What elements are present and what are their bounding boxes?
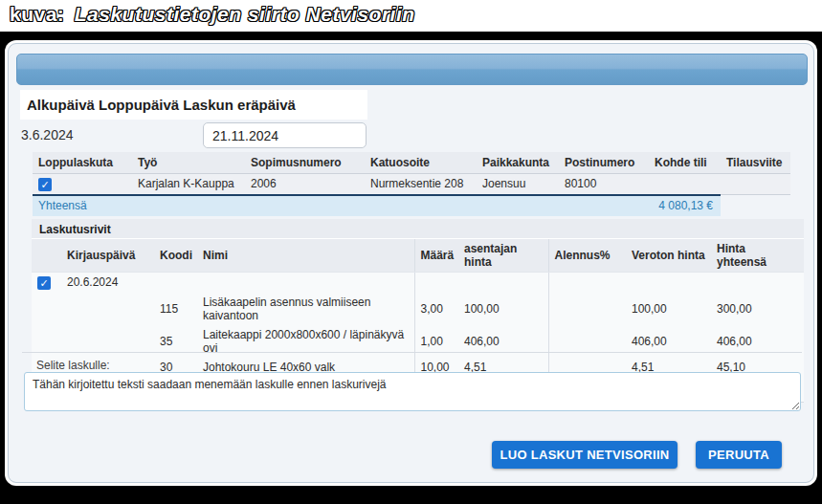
screenshot-frame: Alkupäivä Loppupäivä Laskun eräpäivä 3.6… xyxy=(0,32,822,504)
invoice-kohde-tili xyxy=(649,174,721,195)
lines-date-row: ✓ 20.6.2024 xyxy=(32,273,804,293)
dialog-titlebar xyxy=(16,54,808,85)
col-sopimusnumero: Sopimusnumero xyxy=(245,152,365,174)
line-veroton-hinta: 100,00 xyxy=(626,293,711,325)
lines-date-checkbox[interactable]: ✓ xyxy=(37,276,51,290)
col-paikkakunta: Paikkakunta xyxy=(477,152,559,174)
line-koodi: 115 xyxy=(154,293,197,325)
figure-caption: kuva: Laskutustietojen siirto Netvisorii… xyxy=(10,3,415,26)
col-katuosoite: Katuosoite xyxy=(365,152,477,174)
create-invoices-netvisor-button[interactable]: LUO LASKUT NETVISORIIN xyxy=(492,441,678,469)
date-filters-heading-box: Alkupäivä Loppupäivä Laskun eräpäivä xyxy=(20,90,367,120)
col-nimi: Nimi xyxy=(197,239,414,273)
netvisor-transfer-dialog: Alkupäivä Loppupäivä Laskun eräpäivä 3.6… xyxy=(8,43,814,483)
line-hinta-yhteensa: 300,00 xyxy=(711,293,804,325)
col-veroton-hinta: Veroton hinta xyxy=(626,239,711,273)
invoice-postinumero: 80100 xyxy=(559,174,649,195)
date-filter-row: 3.6.2024 xyxy=(21,122,806,148)
col-koodi: Koodi xyxy=(154,239,197,273)
line-alennus xyxy=(548,293,626,325)
col-alennus: Alennus% xyxy=(548,239,626,273)
total-label: Yhteensä xyxy=(38,199,87,212)
invoice-note-block: Selite laskulle: xyxy=(22,352,802,372)
due-date-input[interactable] xyxy=(203,122,367,148)
col-maara: Määrä xyxy=(414,239,458,273)
col-hinta-yhteensa: Hinta yhteensä xyxy=(711,239,804,273)
invoice-paikkakunta: Joensuu xyxy=(477,174,559,195)
line-nimi: Lisäkaapelin asennus valmiiseen kaivanto… xyxy=(197,293,414,325)
invoice-lines-title: Laskutusrivit xyxy=(32,219,804,239)
line-maara: 3,00 xyxy=(414,293,458,325)
col-select xyxy=(32,239,61,273)
total-row-empty-cell xyxy=(721,195,790,216)
line-row: 115 Lisäkaapelin asennus valmiiseen kaiv… xyxy=(32,293,804,325)
col-loppulaskuta: Loppulaskuta xyxy=(33,152,132,174)
line-kirjauspaiva: 20.6.2024 xyxy=(61,273,154,293)
lines-header-row: Kirjauspäivä Koodi Nimi Määrä asentajan … xyxy=(32,239,804,273)
invoice-note-textarea[interactable]: Tähän kirjoitettu teksti saadaan menemää… xyxy=(24,372,801,411)
col-kohde-tili: Kohde tili xyxy=(649,152,721,174)
invoices-header-row: Loppulaskuta Työ Sopimusnumero Katuosoit… xyxy=(33,152,790,174)
invoice-tyo: Karjalan K-Kauppa xyxy=(132,174,245,195)
date-filters-heading: Alkupäivä Loppupäivä Laskun eräpäivä xyxy=(20,90,367,120)
total-value: 4 080,13 € xyxy=(658,199,713,212)
start-date-value: 3.6.2024 xyxy=(21,127,74,142)
invoices-table: Loppulaskuta Työ Sopimusnumero Katuosoit… xyxy=(33,152,790,216)
col-tilausviite: Tilausviite xyxy=(721,152,790,174)
invoice-sopimusnumero: 2006 xyxy=(245,174,365,195)
col-tyo: Työ xyxy=(132,152,245,174)
invoice-katuosoite: Nurmeksentie 208 xyxy=(365,174,477,195)
col-postinumero: Postinumero xyxy=(559,152,649,174)
cancel-button[interactable]: PERUUTA xyxy=(696,441,782,469)
invoice-row-checkbox[interactable]: ✓ xyxy=(38,178,52,191)
caption-title: Laskutustietojen siirto Netvisoriin xyxy=(75,3,415,25)
caption-prefix: kuva: xyxy=(10,3,64,25)
invoice-tilausviite xyxy=(721,174,790,195)
line-asentajan-hinta: 100,00 xyxy=(458,293,548,325)
col-kirjauspaiva: Kirjauspäivä xyxy=(61,239,154,273)
invoices-total-row: Yhteensä 4 080,13 € xyxy=(33,195,790,216)
invoice-note-label: Selite laskulle: xyxy=(22,353,802,372)
invoice-row: ✓ Karjalan K-Kauppa 2006 Nurmeksentie 20… xyxy=(33,174,790,195)
col-asentajan-hinta: asentajan hinta xyxy=(458,239,548,273)
